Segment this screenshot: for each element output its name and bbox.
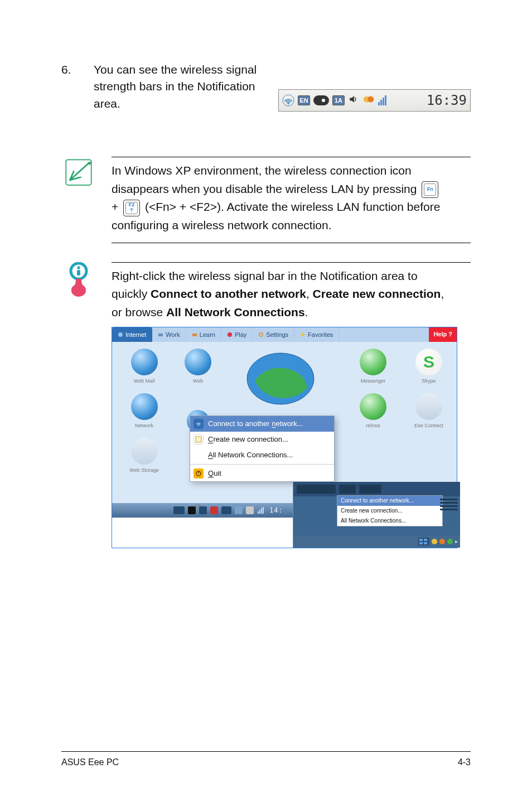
tab-work[interactable]: Work	[152, 327, 186, 342]
help-button[interactable]: Help ?	[429, 327, 457, 342]
signal-bars-icon	[378, 95, 386, 105]
svg-point-12	[259, 333, 263, 336]
webstorage-label: Web Storage	[114, 467, 174, 475]
svg-rect-8	[77, 270, 80, 276]
tab-settings[interactable]: Settings	[253, 327, 294, 342]
create-menu-icon	[194, 434, 204, 445]
zoom-menu-connect[interactable]: Connect to another network...	[337, 496, 442, 506]
taskbar-chip	[188, 506, 196, 514]
zoom-inset: Connect to another network... Create new…	[293, 482, 460, 548]
webmail-label: Web Mail	[114, 378, 174, 385]
dot-icon	[447, 539, 453, 544]
fn-key-icon: Fn	[422, 181, 438, 198]
webstorage-icon[interactable]	[131, 438, 158, 465]
web-label: Web	[178, 378, 217, 385]
note-2-body: Right-click the wireless signal bar in t…	[112, 262, 471, 549]
svg-point-11	[228, 332, 232, 337]
taskbar-chip-red	[210, 506, 218, 514]
taskbar-chip	[235, 506, 243, 514]
svg-point-5	[131, 209, 132, 210]
page-footer: ASUS Eee PC 4-3	[61, 751, 471, 767]
messenger-icon[interactable]	[360, 349, 386, 375]
quit-menu-icon	[194, 468, 204, 479]
skype-icon[interactable]: S	[415, 349, 442, 375]
taskbar-time: 14:	[269, 505, 283, 516]
zoom-flag-icon	[418, 538, 429, 545]
note2-line2a: quickly	[112, 287, 151, 300]
taskbar-signal-icon	[257, 501, 266, 520]
svg-rect-20	[259, 510, 260, 514]
wifi-menu-icon	[194, 419, 204, 429]
webmail-icon[interactable]	[131, 349, 158, 375]
skype-label: Skype	[403, 378, 454, 385]
antenna-glyph	[129, 207, 134, 213]
context-menu: Connect to another network... Create new…	[190, 416, 335, 482]
network-label: Network	[114, 422, 174, 430]
blank-menu-icon	[194, 450, 204, 460]
eeeconnect-icon[interactable]	[415, 393, 442, 420]
tip-icon	[61, 262, 96, 298]
note-icon	[61, 157, 96, 188]
volume-icon	[348, 94, 359, 107]
note1-line1: In Windows XP environment, the wireless …	[112, 164, 412, 177]
f2-key-icon: F2	[123, 200, 140, 216]
messenger-label: Messenger	[347, 378, 399, 385]
eeeconnect-label: Eee Connect	[403, 422, 454, 430]
step-text: You can see the wireless signal strength…	[94, 61, 261, 112]
taskbar-chip	[246, 506, 254, 514]
dot-icon	[439, 539, 445, 544]
camera-icon	[313, 95, 329, 105]
tab-play[interactable]: Play	[221, 327, 253, 342]
svg-rect-21	[261, 508, 262, 514]
svg-rect-16	[196, 437, 201, 442]
wireless-networks-label: relcws	[347, 422, 399, 430]
menu-create-connection[interactable]: Create new connection...	[190, 432, 334, 447]
note1-line3a: (<Fn> + <F2>). Activate the wireless LAN…	[145, 200, 440, 213]
world-icon[interactable]	[236, 349, 325, 407]
taskbar-chip	[221, 506, 231, 514]
web-icon[interactable]	[185, 349, 211, 375]
menu-quit[interactable]: Quit	[190, 466, 334, 481]
zoom-menu-create[interactable]: Create new connection...	[337, 506, 442, 516]
note2-bold1: Connect to another network	[151, 287, 306, 300]
menu-connect-network[interactable]: Connect to another network...	[190, 416, 334, 432]
lang-indicator: EN	[298, 95, 310, 105]
menu-separator	[190, 464, 334, 465]
zoom-dock	[440, 499, 458, 512]
svg-point-15	[198, 425, 199, 426]
note1-line2a: disappears when you disable the wireless…	[112, 182, 420, 195]
note1-line4: configuring a wireless network connectio…	[112, 219, 332, 231]
note2-bold3: All Network Connections	[166, 306, 305, 318]
note2-line1: Right-click the wireless signal bar in t…	[112, 269, 418, 282]
zoom-menu-all[interactable]: All Network Connections...	[337, 516, 442, 526]
taskbar-chip	[199, 506, 207, 514]
svg-point-3	[367, 96, 374, 103]
tab-internet[interactable]: Internet	[112, 327, 152, 342]
footer-right: 4-3	[458, 757, 471, 767]
wifi-icon	[282, 94, 294, 107]
network-icon[interactable]	[131, 393, 158, 420]
wireless-networks-icon[interactable]	[360, 393, 386, 420]
tab-favorites[interactable]: Favorites	[294, 327, 339, 342]
note2-bold2: Create new connection	[313, 287, 441, 300]
svg-point-9	[118, 332, 123, 337]
tab-learn[interactable]: Learn	[186, 327, 221, 342]
svg-point-7	[77, 266, 80, 269]
menu-all-connections[interactable]: All Network Connections...	[190, 447, 334, 463]
system-tray-illustration: EN 1A 16:39	[278, 89, 471, 112]
tray-clock: 16:39	[427, 93, 467, 108]
left-column: Web Mail Network Web Storage	[112, 342, 176, 513]
svg-rect-19	[258, 511, 259, 514]
zoom-context-menu: Connect to another network... Create new…	[337, 495, 443, 526]
svg-point-1	[288, 103, 289, 104]
svg-rect-22	[263, 507, 264, 514]
note-1-body: In Windows XP environment, the wireless …	[112, 157, 471, 243]
expand-icon: ▸	[455, 537, 458, 546]
screenshot: Internet Work Learn Play	[112, 327, 457, 548]
tab-bar: Internet Work Learn Play	[112, 327, 457, 342]
step-number: 6.	[61, 61, 78, 78]
zoom-bottom-bar: ▸	[293, 535, 460, 548]
taskbar-chip	[173, 506, 185, 514]
svg-rect-10	[158, 334, 163, 336]
dot-icon	[432, 539, 437, 544]
